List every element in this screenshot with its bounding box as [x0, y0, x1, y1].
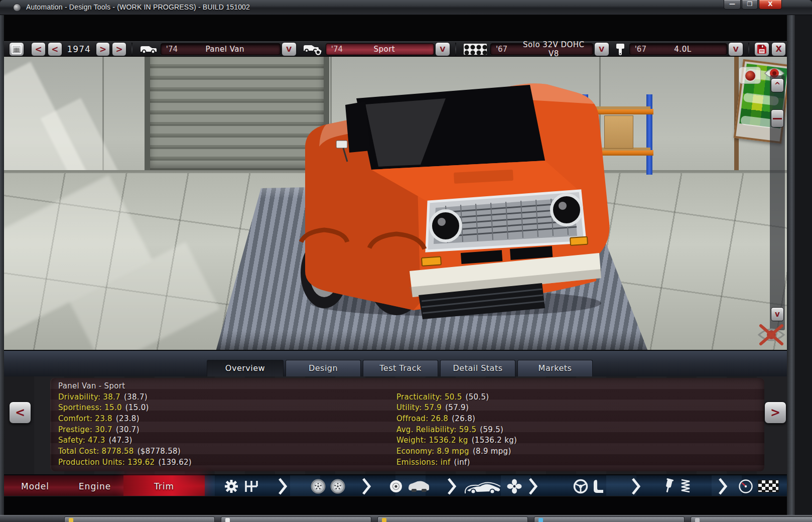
prev-page-button[interactable]: <: [9, 402, 31, 424]
taskbar-button-icon: [382, 518, 386, 522]
scroll-up-button[interactable]: ^: [771, 78, 784, 92]
year-forward-fast-button[interactable]: >: [112, 42, 126, 56]
variant-name: 4.0L: [659, 45, 727, 54]
stat-label-value: Total Cost: 8778.58: [58, 447, 134, 456]
stat-label-value: Economy: 8.9 mpg: [396, 447, 469, 456]
scroll-thumb[interactable]: [771, 109, 784, 127]
tab-design[interactable]: Design: [286, 360, 361, 376]
overview-panel: Panel Van - Sport Drivability: 38.7(38.7…: [4, 376, 787, 474]
stat-utility: Utility: 57.9(57.9): [396, 403, 517, 414]
stat-weight: Weight: 1536.2 kg(1536.2 kg): [396, 435, 517, 446]
stat-paren-value: (139.62): [158, 458, 192, 467]
year-back-fast-button[interactable]: <: [31, 42, 46, 56]
model-dropdown-button[interactable]: V: [282, 42, 297, 56]
chevron-separator: [361, 478, 371, 495]
stat-label-value: Utility: 57.9: [396, 403, 442, 412]
stat-prestige: Prestige: 30.7(30.7): [58, 425, 192, 436]
year-back-button[interactable]: <: [48, 42, 62, 56]
stat-label-value: Sportiness: 15.0: [58, 403, 122, 412]
spring-icon: [680, 478, 692, 494]
tab-overview[interactable]: Overview: [207, 360, 284, 376]
nav-step-trim[interactable]: Trim: [123, 475, 205, 497]
model-selector[interactable]: '74 Panel Van: [161, 43, 281, 55]
nav-section-gearbox[interactable]: [209, 475, 274, 497]
stat-production-units: Production Units: 139.62(139.62): [58, 457, 192, 468]
taskbar-button[interactable]: [64, 516, 215, 522]
tab-markets[interactable]: Markets: [517, 360, 593, 376]
chevron-separator: [447, 478, 457, 495]
wheel-icon: [330, 479, 345, 494]
stats-right-column: Practicality: 50.5(50.5)Utility: 57.9(57…: [396, 392, 517, 468]
stat-total-cost: Total Cost: 8778.58($8778.58): [58, 446, 192, 457]
year-display: 1974: [63, 44, 95, 54]
close-window-button[interactable]: X: [759, 0, 782, 10]
variant-dropdown-button[interactable]: V: [728, 42, 743, 56]
close-designer-button[interactable]: X: [771, 42, 786, 56]
vehicle-title: Panel Van - Sport: [58, 381, 192, 392]
brake-pad-car-icon: [408, 480, 430, 493]
stats-left-column: Panel Van - Sport Drivability: 38.7(38.7…: [58, 381, 192, 468]
toolbar-separator: [455, 43, 456, 56]
save-button[interactable]: [754, 42, 769, 56]
model-year: '74: [161, 45, 190, 54]
taskbar-button[interactable]: [691, 516, 812, 522]
engine-variant-selector[interactable]: '67 4.0L: [629, 43, 727, 55]
gear-icon: [224, 479, 239, 494]
photo-mode-camera-icon[interactable]: [739, 67, 761, 84]
nav-section-brakes[interactable]: [381, 475, 437, 497]
nav-section-suspension[interactable]: [654, 475, 699, 497]
taskbar-button[interactable]: [221, 516, 371, 522]
window-title: Automation - Design Tools - (WORK IN PRO…: [26, 3, 250, 11]
taskbar-button-icon: [69, 518, 73, 522]
engine-dropdown-button[interactable]: V: [594, 42, 609, 56]
maximize-button[interactable]: ❐: [742, 0, 758, 10]
nav-section-aero-cooling[interactable]: [460, 475, 525, 497]
year-forward-button[interactable]: >: [96, 42, 110, 56]
tab-test-track[interactable]: Test Track: [363, 360, 438, 376]
stat-label-value: Practicality: 50.5: [396, 393, 462, 402]
stat-label-value: Weight: 1536.2 kg: [396, 436, 468, 445]
top-black-band: [4, 15, 787, 41]
trim-selector[interactable]: '74 Sport: [326, 43, 434, 55]
taskbar-button[interactable]: [377, 516, 528, 522]
stat-safety: Safety: 47.3(47.3): [58, 435, 192, 446]
next-page-button[interactable]: >: [764, 402, 786, 424]
nav-step-engine[interactable]: Engine: [66, 475, 123, 497]
stat-paren-value: (1536.2 kg): [472, 436, 517, 445]
gear-shifter-icon: [243, 479, 259, 493]
wheel-icon: [311, 479, 326, 494]
model-van-icon: [140, 43, 158, 55]
aero-car-icon: [463, 478, 502, 494]
trim-van-wrench-icon: [303, 43, 323, 56]
stat-paren-value: (30.7): [116, 425, 140, 434]
app-icon: [13, 4, 21, 12]
chevron-separator: [278, 478, 288, 495]
stats-card: Panel Van - Sport Drivability: 38.7(38.7…: [50, 378, 764, 471]
fan-icon: [507, 479, 522, 494]
minimize-button[interactable]: —: [724, 0, 741, 10]
engine-selector[interactable]: '67 Solo 32V DOHC V8: [490, 43, 593, 55]
hide-ui-eye-crossed-icon[interactable]: [755, 322, 787, 348]
stat-label-value: Comfort: 23.8: [58, 414, 112, 423]
taskbar-button-icon: [538, 518, 543, 522]
stat-paren-value: (47.3): [109, 436, 132, 445]
os-taskbar: [0, 515, 812, 522]
nav-section-test-track[interactable]: [731, 475, 786, 497]
viewport-3d[interactable]: ^ v: [4, 57, 787, 350]
nav-step-model[interactable]: Model: [4, 475, 66, 497]
calendar-button[interactable]: [9, 42, 24, 56]
stat-paren-value: (59.5): [480, 425, 503, 434]
stat-economy: Economy: 8.9 mpg(8.9 mpg): [396, 446, 517, 457]
tab-detail-stats[interactable]: Detail Stats: [440, 360, 515, 376]
bottom-black-strip: [4, 496, 787, 515]
engine-year: '67: [491, 45, 520, 54]
scroll-down-button[interactable]: v: [771, 307, 784, 321]
trim-year: '74: [326, 45, 355, 54]
trim-dropdown-button[interactable]: V: [435, 42, 450, 56]
nav-section-wheels[interactable]: [300, 475, 355, 497]
taskbar-button[interactable]: [534, 516, 685, 522]
nav-section-interior[interactable]: [561, 475, 616, 497]
stat-paren-value: (26.8): [452, 414, 475, 423]
stat-paren-value: ($8778.58): [138, 447, 181, 456]
calendar-icon: [12, 44, 22, 54]
